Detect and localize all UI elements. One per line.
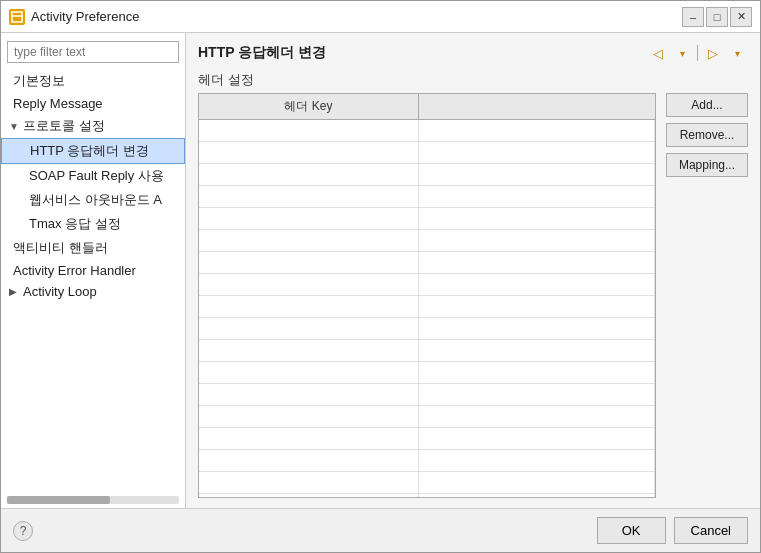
help-button[interactable]: ? — [13, 521, 33, 541]
main-title: HTTP 응답헤더 변경 — [198, 44, 326, 62]
back-button[interactable]: ◁ — [647, 43, 669, 63]
side-buttons: Add... Remove... Mapping... — [666, 93, 748, 498]
table-row[interactable] — [199, 450, 655, 472]
sidebar-item-activity-error-handler[interactable]: Activity Error Handler — [1, 260, 185, 281]
sidebar-item-activity-handler[interactable]: 액티비티 핸들러 — [1, 236, 185, 260]
sidebar-scrollbar[interactable] — [7, 496, 179, 504]
dialog: Activity Preference – □ ✕ 기본정보 Reply Mes… — [0, 0, 761, 553]
table-row[interactable] — [199, 472, 655, 494]
table-body — [199, 120, 655, 498]
sidebar-item-basic-info[interactable]: 기본정보 — [1, 69, 185, 93]
expand-icon: ▼ — [9, 121, 21, 132]
svg-rect-0 — [12, 12, 22, 22]
sidebar-item-webservice-outbound[interactable]: 웹서비스 아웃바운드 A — [1, 188, 185, 212]
col-header-key: 헤더 Key — [199, 94, 419, 119]
app-icon — [9, 9, 25, 25]
title-bar: Activity Preference – □ ✕ — [1, 1, 760, 33]
maximize-button[interactable]: □ — [706, 7, 728, 27]
cancel-button[interactable]: Cancel — [674, 517, 748, 544]
back-dropdown-button[interactable]: ▾ — [671, 43, 693, 63]
expand-icon-loop: ▶ — [9, 286, 21, 297]
bottom-left: ? — [13, 521, 33, 541]
mapping-button[interactable]: Mapping... — [666, 153, 748, 177]
forward-button[interactable]: ▷ — [702, 43, 724, 63]
table-row[interactable] — [199, 208, 655, 230]
forward-dropdown-button[interactable]: ▾ — [726, 43, 748, 63]
table-row[interactable] — [199, 406, 655, 428]
bottom-right: OK Cancel — [597, 517, 748, 544]
minimize-button[interactable]: – — [682, 7, 704, 27]
sidebar-group-activity-loop[interactable]: ▶ Activity Loop — [1, 281, 185, 302]
bottom-bar: ? OK Cancel — [1, 508, 760, 552]
sidebar-item-http-header[interactable]: HTTP 응답헤더 변경 — [1, 138, 185, 164]
table-row[interactable] — [199, 318, 655, 340]
main-header: HTTP 응답헤더 변경 ◁ ▾ ▷ ▾ — [198, 43, 748, 63]
dialog-title: Activity Preference — [31, 9, 676, 24]
ok-button[interactable]: OK — [597, 517, 666, 544]
table-row[interactable] — [199, 230, 655, 252]
content-area: 기본정보 Reply Message ▼ 프로토콜 설정 HTTP 응답헤더 변… — [1, 33, 760, 508]
toolbar-divider — [697, 45, 698, 61]
table-row[interactable] — [199, 120, 655, 142]
window-controls: – □ ✕ — [682, 7, 752, 27]
sidebar-item-tmax-response[interactable]: Tmax 응답 설정 — [1, 212, 185, 236]
table-row[interactable] — [199, 274, 655, 296]
table-row[interactable] — [199, 252, 655, 274]
col-header-value — [419, 94, 655, 119]
table-row[interactable] — [199, 296, 655, 318]
table-row[interactable] — [199, 494, 655, 498]
table-row[interactable] — [199, 164, 655, 186]
close-button[interactable]: ✕ — [730, 7, 752, 27]
table-row[interactable] — [199, 384, 655, 406]
table-header: 헤더 Key — [199, 94, 655, 120]
table-row[interactable] — [199, 186, 655, 208]
sidebar-item-reply-message[interactable]: Reply Message — [1, 93, 185, 114]
toolbar-icons: ◁ ▾ ▷ ▾ — [647, 43, 748, 63]
table-row[interactable] — [199, 362, 655, 384]
table-and-buttons: 헤더 Key — [198, 93, 748, 498]
table-row[interactable] — [199, 142, 655, 164]
main-panel: HTTP 응답헤더 변경 ◁ ▾ ▷ ▾ — [186, 33, 760, 508]
table-row[interactable] — [199, 340, 655, 362]
add-button[interactable]: Add... — [666, 93, 748, 117]
filter-input[interactable] — [7, 41, 179, 63]
table-row[interactable] — [199, 428, 655, 450]
sidebar-group-protocol-settings[interactable]: ▼ 프로토콜 설정 — [1, 114, 185, 138]
sidebar-item-soap-fault-reply[interactable]: SOAP Fault Reply 사용 — [1, 164, 185, 188]
sidebar: 기본정보 Reply Message ▼ 프로토콜 설정 HTTP 응답헤더 변… — [1, 33, 186, 508]
remove-button[interactable]: Remove... — [666, 123, 748, 147]
table-container: 헤더 Key — [198, 93, 656, 498]
section-label: 헤더 설정 — [198, 71, 748, 89]
